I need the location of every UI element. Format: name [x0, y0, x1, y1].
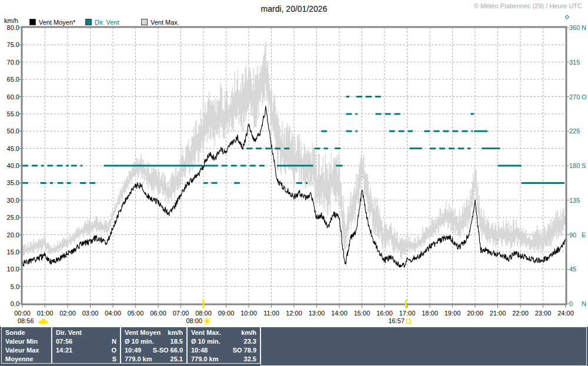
dir-min-value: N [112, 337, 116, 346]
row-label-valeur-min: Valeur Min [2, 337, 51, 346]
svg-text:E: E [582, 231, 586, 239]
svg-text:11:00: 11:00 [263, 310, 279, 317]
svg-text:180: 180 [569, 162, 580, 169]
table-panel-empty [260, 327, 587, 366]
svg-text:45.0: 45.0 [7, 145, 19, 152]
svg-text:15:00: 15:00 [354, 310, 370, 317]
svg-text:01:00: 01:00 [37, 310, 54, 317]
svg-text:30.0: 30.0 [7, 197, 19, 204]
vent-moyen-min-label: Ø 10 min. [125, 337, 154, 346]
svg-text:45: 45 [569, 266, 576, 273]
sunrise-cloud-icon [39, 318, 48, 324]
svg-text:02:00: 02:00 [59, 310, 76, 317]
table-row: 10:48 SO 78.9 [188, 346, 260, 355]
right-axis-labels: 360N315270O225180S13590E450N [569, 24, 587, 307]
svg-text:35.0: 35.0 [7, 179, 19, 186]
svg-text:09:00: 09:00 [218, 310, 235, 317]
svg-text:16:00: 16:00 [376, 310, 393, 317]
svg-text:40.0: 40.0 [7, 162, 19, 169]
svg-text:N: N [582, 24, 586, 31]
table-row: Ø 10 min. 23.3 [188, 337, 260, 346]
vent-max-max-value: SO 78.9 [233, 346, 256, 355]
svg-text:80.0: 80.0 [7, 24, 19, 31]
weather-station-wind-page: mardi, 20/01/2026 © Météo Plabennec (29)… [0, 0, 588, 366]
svg-text:17:00: 17:00 [399, 310, 416, 317]
table-panel-vent-moyen: Vent Moyen km/h Ø 10 min. 18.5 10:49 S-S… [121, 327, 187, 364]
svg-text:135: 135 [569, 197, 580, 204]
svg-text:65.0: 65.0 [7, 76, 19, 83]
svg-text:12:00: 12:00 [286, 310, 302, 317]
row-label-moyenne: Moyenne [2, 355, 51, 364]
vent-max-max-time: 10:48 [191, 346, 208, 355]
svg-text:5.0: 5.0 [11, 283, 19, 290]
table-panel-dir-vent: Dir. Vent 07:56 N 14:21 O S [52, 327, 121, 364]
vent-max-unit: km/h [241, 328, 256, 337]
left-axis-labels: 0.05.010.015.020.025.030.035.040.045.050… [7, 24, 19, 307]
sun-icon [203, 317, 211, 325]
direction-marker-diamond-icon [565, 15, 569, 19]
x-axis-labels: 00:0001:0002:0003:0004:0005:0006:0007:00… [14, 310, 574, 317]
row-label-valeur-max: Valeur Max [2, 346, 51, 355]
table-row: 779.0 km 32.5 [188, 355, 260, 364]
svg-text:21:00: 21:00 [490, 310, 506, 317]
vent-moyen-max-value: S-SO 66.0 [153, 346, 183, 355]
svg-text:22:00: 22:00 [512, 310, 529, 317]
sunrise-time-label: 08:00 [183, 317, 202, 324]
table-header-sonde: Sonde [2, 328, 51, 337]
dir-min-time: 07:56 [56, 337, 72, 346]
table-row: Ø 10 min. 18.5 [121, 337, 186, 346]
wind-chart: 0.05.010.015.020.025.030.035.040.045.050… [0, 0, 588, 327]
dir-max-time: 14:21 [56, 346, 72, 355]
svg-text:23:00: 23:00 [535, 310, 552, 317]
svg-text:0.0: 0.0 [11, 300, 19, 307]
svg-text:03:00: 03:00 [82, 310, 99, 317]
table-header-vent-max: Vent Max. km/h [188, 328, 260, 337]
svg-text:60.0: 60.0 [7, 93, 19, 100]
svg-text:15.0: 15.0 [7, 249, 19, 256]
svg-text:05:00: 05:00 [128, 310, 144, 317]
svg-text:04:00: 04:00 [105, 310, 121, 317]
table-row: 07:56 N [52, 337, 120, 346]
sunrise-local-time-label: 08:56 [18, 317, 34, 324]
table-header-dir-vent: Dir. Vent [52, 328, 120, 337]
svg-text:315: 315 [569, 59, 580, 66]
svg-text:13:00: 13:00 [309, 310, 325, 317]
svg-text:55.0: 55.0 [7, 110, 19, 117]
vent-max-header: Vent Max. [191, 328, 221, 337]
vent-max-distance: 779.0 km [191, 355, 218, 364]
dir-mean-value: S [112, 355, 116, 364]
vent-moyen-min-value: 18.5 [171, 337, 183, 346]
svg-text:06:00: 06:00 [150, 310, 166, 317]
vent-moyen-unit: km/h [168, 328, 183, 337]
svg-text:19:00: 19:00 [445, 310, 461, 317]
dir-max-value: O [111, 346, 116, 355]
svg-text:08:00: 08:00 [195, 310, 212, 317]
svg-text:N: N [582, 300, 586, 307]
svg-text:225: 225 [569, 127, 580, 135]
table-panel-sonde: Sonde Valeur Min Valeur Max Moyenne [1, 327, 52, 364]
svg-text:18:00: 18:00 [422, 310, 438, 317]
table-row: S [52, 355, 120, 364]
svg-text:24:00: 24:00 [557, 310, 574, 317]
vent-max-mean-value: 32.5 [244, 355, 256, 364]
svg-text:360: 360 [569, 24, 580, 31]
svg-text:75.0: 75.0 [7, 41, 19, 48]
svg-text:00:00: 00:00 [14, 310, 31, 317]
svg-text:90: 90 [569, 231, 576, 239]
vent-moyen-header: Vent Moyen [125, 328, 161, 337]
svg-text:70.0: 70.0 [7, 59, 19, 66]
table-header-vent-moyen: Vent Moyen km/h [121, 328, 186, 337]
svg-text:50.0: 50.0 [7, 127, 19, 135]
vent-moyen-distance: 779.0 km [125, 355, 152, 364]
svg-text:O: O [582, 93, 587, 100]
table-row: 14:21 O [52, 346, 120, 355]
table-panel-vent-max: Vent Max. km/h Ø 10 min. 23.3 10:48 SO 7… [187, 327, 260, 364]
svg-text:S: S [582, 162, 586, 169]
vent-max-min-value: 23.3 [244, 337, 256, 346]
sunset-square-icon [407, 320, 411, 324]
summary-table: Sonde Valeur Min Valeur Max Moyenne Dir.… [0, 327, 588, 366]
vent-moyen-mean-value: 25.1 [171, 355, 183, 364]
table-row: 779.0 km 25.1 [121, 355, 186, 364]
svg-text:270: 270 [569, 93, 580, 100]
svg-text:10.0: 10.0 [7, 266, 19, 273]
